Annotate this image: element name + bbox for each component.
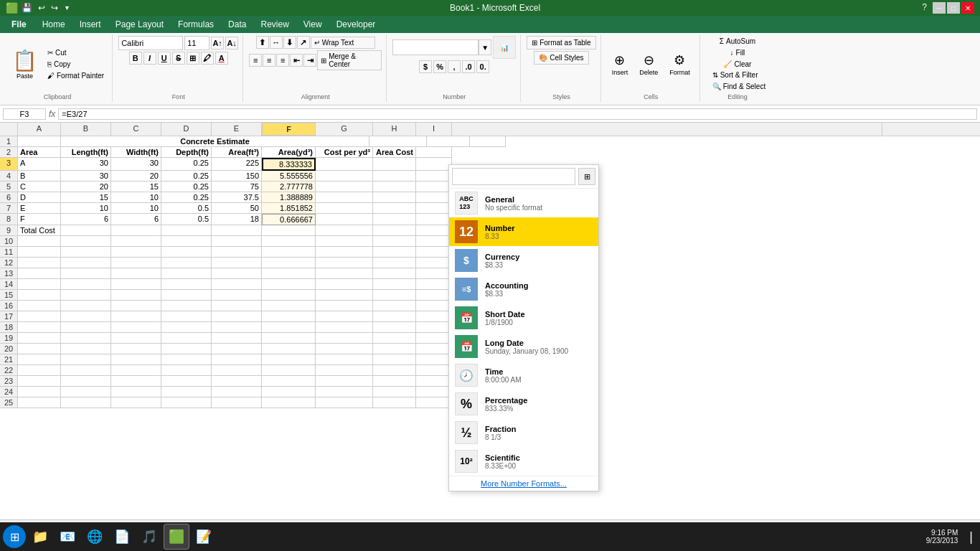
cell-b22[interactable] <box>61 365 111 376</box>
nf-item-accounting[interactable]: ≡$ Accounting $8.33 <box>449 275 598 303</box>
cell-c6[interactable]: 10 <box>111 192 161 203</box>
cell-i25[interactable] <box>416 397 452 408</box>
cell-e13[interactable] <box>212 268 262 279</box>
restore-btn[interactable]: □ <box>947 2 960 14</box>
fill-button[interactable]: ↓ Fill <box>727 47 749 58</box>
cell-f12[interactable] <box>262 258 316 268</box>
cell-b4[interactable]: 30 <box>61 171 111 182</box>
row-header-13[interactable]: 13 <box>0 268 18 279</box>
cell-d11[interactable] <box>161 247 212 258</box>
redo-qa-btn[interactable]: ↪ <box>49 3 60 13</box>
cell-h22[interactable] <box>373 365 416 376</box>
taskbar-chrome[interactable]: 🌐 <box>82 524 108 550</box>
cell-a4[interactable]: B <box>18 171 61 182</box>
cell-i1[interactable] <box>470 136 506 147</box>
cell-c3[interactable]: 30 <box>111 158 161 171</box>
cell-a19[interactable] <box>18 333 61 344</box>
save-qa-btn[interactable]: 💾 <box>19 3 34 13</box>
cell-a14[interactable] <box>18 279 61 290</box>
cell-e25[interactable] <box>212 397 262 408</box>
align-top-btn[interactable]: ⬆ <box>256 36 269 49</box>
col-header-h[interactable]: H <box>373 123 416 136</box>
cell-i3[interactable] <box>416 158 452 171</box>
cell-f20[interactable] <box>262 344 316 354</box>
format-as-table-button[interactable]: ⊞ Format as Table <box>527 36 596 50</box>
cell-c15[interactable] <box>111 290 161 301</box>
cell-a21[interactable] <box>18 354 61 365</box>
minimize-btn[interactable]: ─ <box>933 2 946 14</box>
cell-i17[interactable] <box>416 311 452 322</box>
cell-i18[interactable] <box>416 322 452 333</box>
cell-h10[interactable] <box>373 236 416 247</box>
cell-c5[interactable]: 15 <box>111 182 161 192</box>
cell-g2[interactable]: Cost per yd³ <box>316 147 373 158</box>
cell-f2[interactable]: Area(yd³) <box>262 147 316 158</box>
cell-h1[interactable] <box>427 136 470 147</box>
cell-e21[interactable] <box>212 354 262 365</box>
cell-c17[interactable] <box>111 311 161 322</box>
cell-c14[interactable] <box>111 279 161 290</box>
cell-g10[interactable] <box>316 236 373 247</box>
cell-h17[interactable] <box>373 311 416 322</box>
cell-i4[interactable] <box>416 171 452 182</box>
cell-g20[interactable] <box>316 344 373 354</box>
row-header-14[interactable]: 14 <box>0 279 18 290</box>
align-middle-btn[interactable]: ↔ <box>270 36 283 49</box>
cell-c21[interactable] <box>111 354 161 365</box>
row-header-9[interactable]: 9 <box>0 225 18 236</box>
cell-i11[interactable] <box>416 247 452 258</box>
cell-a10[interactable] <box>18 236 61 247</box>
row-header-17[interactable]: 17 <box>0 311 18 322</box>
cell-h9[interactable] <box>373 225 416 236</box>
cell-e7[interactable]: 50 <box>212 203 262 214</box>
cell-h15[interactable] <box>373 290 416 301</box>
cell-f16[interactable] <box>262 301 316 311</box>
cell-h3[interactable] <box>373 158 416 171</box>
cell-g3[interactable] <box>316 158 373 171</box>
nf-item-general[interactable]: ABC123 General No specific format <box>449 189 598 217</box>
cell-e23[interactable] <box>212 376 262 387</box>
cell-h6[interactable] <box>373 192 416 203</box>
font-size-input[interactable] <box>184 36 209 50</box>
cell-i24[interactable] <box>416 387 452 397</box>
cell-d18[interactable] <box>161 322 212 333</box>
cell-c24[interactable] <box>111 387 161 397</box>
cell-e24[interactable] <box>212 387 262 397</box>
cell-c8[interactable]: 6 <box>111 214 161 225</box>
file-menu[interactable]: File <box>3 17 35 32</box>
cell-f6[interactable]: 1.388889 <box>262 192 316 203</box>
cell-h2[interactable]: Area Cost <box>373 147 416 158</box>
cell-a13[interactable] <box>18 268 61 279</box>
cell-g4[interactable] <box>316 171 373 182</box>
cell-e4[interactable]: 150 <box>212 171 262 182</box>
cell-i8[interactable] <box>416 214 452 225</box>
cell-a25[interactable] <box>18 397 61 408</box>
cell-b9[interactable] <box>61 225 111 236</box>
cell-b11[interactable] <box>61 247 111 258</box>
cell-e6[interactable]: 37.5 <box>212 192 262 203</box>
cell-c10[interactable] <box>111 236 161 247</box>
row-header-12[interactable]: 12 <box>0 258 18 268</box>
cell-d21[interactable] <box>161 354 212 365</box>
row-header-5[interactable]: 5 <box>0 182 18 192</box>
cell-i2[interactable] <box>416 147 452 158</box>
cell-h5[interactable] <box>373 182 416 192</box>
start-button[interactable]: ⊞ <box>3 525 26 548</box>
cell-c7[interactable]: 10 <box>111 203 161 214</box>
row-header-7[interactable]: 7 <box>0 203 18 214</box>
format-button[interactable]: ⚙ Format <box>664 50 695 78</box>
cell-f11[interactable] <box>262 247 316 258</box>
cell-i15[interactable] <box>416 290 452 301</box>
col-header-d[interactable]: D <box>161 123 212 136</box>
number-format-dropdown[interactable]: ⊞ ABC123 General No specific format 12 N… <box>448 164 599 491</box>
cell-a17[interactable] <box>18 311 61 322</box>
cell-h18[interactable] <box>373 322 416 333</box>
cell-b14[interactable] <box>61 279 111 290</box>
number-format-dropdown-btn[interactable]: ▼ <box>479 39 491 55</box>
percent-format-btn[interactable]: % <box>433 60 446 73</box>
cell-h25[interactable] <box>373 397 416 408</box>
cell-d9[interactable] <box>161 225 212 236</box>
row-header-6[interactable]: 6 <box>0 192 18 203</box>
row-header-18[interactable]: 18 <box>0 322 18 333</box>
cell-d14[interactable] <box>161 279 212 290</box>
